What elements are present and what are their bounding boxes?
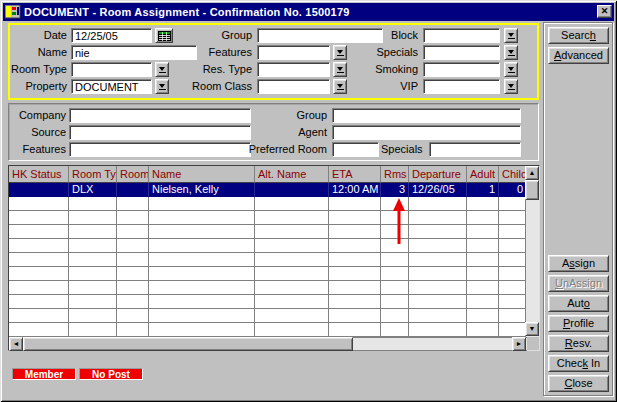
profile-button[interactable]: Profile (548, 315, 609, 332)
close-icon[interactable]: ✕ (597, 5, 612, 18)
block-lov-button[interactable] (504, 28, 518, 43)
group-info-field[interactable] (332, 108, 521, 123)
table-cell (69, 197, 117, 211)
horizontal-scrollbar[interactable]: ◄ ► (9, 337, 527, 351)
vertical-scroll-thumb[interactable] (525, 180, 539, 200)
vertical-scrollbar[interactable]: ▲ ▼ (525, 166, 539, 337)
table-cell: 12/26/05 (409, 183, 467, 197)
specials-input[interactable] (423, 45, 500, 60)
search-button[interactable]: Search (548, 27, 609, 44)
table-cell (117, 183, 149, 197)
table-cell (149, 253, 255, 267)
res-type-input[interactable] (257, 62, 330, 77)
table-cell (467, 253, 499, 267)
table-cell (409, 211, 467, 225)
titlebar: DOCUMENT - Room Assignment - Confirmatio… (3, 3, 614, 21)
source-field[interactable] (69, 125, 251, 140)
scroll-up-icon[interactable]: ▲ (525, 166, 539, 180)
table-cell (329, 281, 381, 295)
table-cell (9, 197, 69, 211)
table-cell (409, 323, 467, 337)
table-cell (409, 309, 467, 323)
table-cell (467, 309, 499, 323)
preferred-room-label: Preferred Room (237, 142, 327, 157)
vip-lov-button[interactable] (504, 79, 518, 94)
scroll-left-icon[interactable]: ◄ (9, 337, 23, 351)
table-cell (149, 323, 255, 337)
table-cell (409, 281, 467, 295)
column-header-hk-status: HK Status (9, 166, 69, 183)
reservation-info-panel: Company Source Features Group Agent Pref… (8, 103, 539, 161)
app-icon[interactable] (5, 5, 21, 19)
room-class-input[interactable] (257, 79, 330, 94)
table-cell (9, 323, 69, 337)
annotation-arrow (391, 198, 407, 244)
table-row-empty[interactable] (9, 239, 539, 253)
smoking-lov-button[interactable] (504, 62, 518, 77)
table-cell (467, 239, 499, 253)
assign-button[interactable]: Assign (548, 255, 609, 272)
scroll-down-icon[interactable]: ▼ (525, 322, 539, 336)
table-cell (381, 267, 409, 281)
table-row-empty[interactable] (9, 295, 539, 309)
table-cell (499, 295, 527, 309)
table-row-empty[interactable] (9, 323, 539, 337)
smoking-input[interactable] (423, 62, 500, 77)
column-header-room-type: Room Type (69, 166, 117, 183)
property-input[interactable] (71, 79, 152, 94)
agent-field[interactable] (332, 125, 521, 140)
table-cell: Nielsen, Kelly (149, 183, 255, 197)
specials-info-field[interactable] (429, 142, 521, 157)
horizontal-scroll-thumb[interactable] (23, 337, 353, 351)
vip-input[interactable] (423, 79, 500, 94)
member-badge: Member (12, 368, 76, 380)
table-row-empty[interactable] (9, 197, 539, 211)
table-cell (9, 267, 69, 281)
date-input[interactable] (71, 28, 152, 43)
block-input[interactable] (423, 28, 500, 43)
room-type-label: Room Type (10, 62, 67, 77)
table-cell (409, 253, 467, 267)
column-header-eta: ETA (329, 166, 381, 183)
unassign-button[interactable]: UnAssign (548, 275, 609, 292)
table-row-empty[interactable] (9, 267, 539, 281)
scroll-right-icon[interactable]: ► (512, 337, 526, 351)
table-cell (381, 253, 409, 267)
table-cell (329, 323, 381, 337)
table-cell (9, 239, 69, 253)
table-row-empty[interactable] (9, 225, 539, 239)
table-cell (69, 253, 117, 267)
column-header-room: Room (117, 166, 149, 183)
table-row[interactable]: DLXNielsen, Kelly12:00 AM312/26/0510 (9, 183, 539, 197)
features-input[interactable] (257, 45, 330, 60)
room-type-input[interactable] (71, 62, 152, 77)
column-header-rms: Rms (381, 166, 409, 183)
table-row-empty[interactable] (9, 309, 539, 323)
table-cell (329, 295, 381, 309)
close-button[interactable]: Close (548, 375, 609, 392)
table-header-row: HK StatusRoom TypeRoomNameAlt. NameETARm… (9, 166, 539, 183)
auto-button[interactable]: Auto (548, 295, 609, 312)
table-cell: DLX (69, 183, 117, 197)
table-cell (255, 295, 329, 309)
company-label: Company (9, 108, 66, 123)
table-cell (117, 281, 149, 295)
table-cell (381, 323, 409, 337)
resv-button[interactable]: Resv. (548, 335, 609, 352)
features-info-field[interactable] (69, 142, 251, 157)
specials-lov-button[interactable] (504, 45, 518, 60)
table-cell (255, 281, 329, 295)
advanced-button[interactable]: Advanced (548, 47, 609, 64)
table-row-empty[interactable] (9, 211, 539, 225)
table-cell (499, 323, 527, 337)
table-cell (499, 281, 527, 295)
room-class-label: Room Class (158, 79, 252, 94)
preferred-room-field[interactable] (332, 142, 379, 157)
table-cell (9, 309, 69, 323)
table-row-empty[interactable] (9, 253, 539, 267)
check-in-button[interactable]: Check In (548, 355, 609, 372)
table-cell: 12:00 AM (329, 183, 381, 197)
table-cell (117, 295, 149, 309)
table-row-empty[interactable] (9, 281, 539, 295)
company-field[interactable] (69, 108, 251, 123)
